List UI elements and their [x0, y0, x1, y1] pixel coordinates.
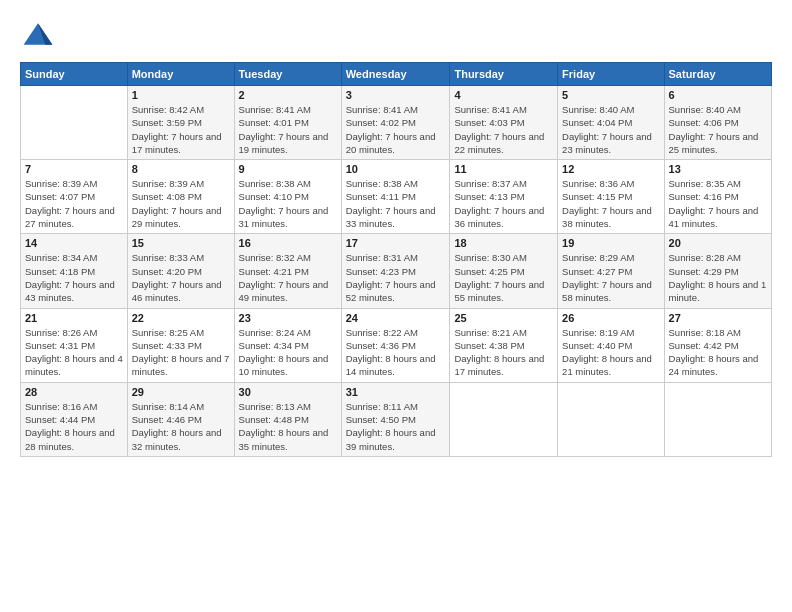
calendar-cell: 4Sunrise: 8:41 AMSunset: 4:03 PMDaylight…: [450, 86, 558, 160]
day-number: 12: [562, 163, 659, 175]
calendar-cell: 16Sunrise: 8:32 AMSunset: 4:21 PMDayligh…: [234, 234, 341, 308]
day-number: 6: [669, 89, 767, 101]
calendar-cell: 3Sunrise: 8:41 AMSunset: 4:02 PMDaylight…: [341, 86, 450, 160]
day-detail: Sunrise: 8:18 AMSunset: 4:42 PMDaylight:…: [669, 326, 767, 379]
day-number: 4: [454, 89, 553, 101]
day-detail: Sunrise: 8:29 AMSunset: 4:27 PMDaylight:…: [562, 251, 659, 304]
calendar-cell: 25Sunrise: 8:21 AMSunset: 4:38 PMDayligh…: [450, 308, 558, 382]
weekday-header-tuesday: Tuesday: [234, 63, 341, 86]
calendar-header: SundayMondayTuesdayWednesdayThursdayFrid…: [21, 63, 772, 86]
day-detail: Sunrise: 8:19 AMSunset: 4:40 PMDaylight:…: [562, 326, 659, 379]
calendar-cell: 20Sunrise: 8:28 AMSunset: 4:29 PMDayligh…: [664, 234, 771, 308]
day-detail: Sunrise: 8:32 AMSunset: 4:21 PMDaylight:…: [239, 251, 337, 304]
day-number: 16: [239, 237, 337, 249]
calendar-cell: [558, 382, 664, 456]
day-detail: Sunrise: 8:38 AMSunset: 4:11 PMDaylight:…: [346, 177, 446, 230]
day-detail: Sunrise: 8:22 AMSunset: 4:36 PMDaylight:…: [346, 326, 446, 379]
weekday-header-row: SundayMondayTuesdayWednesdayThursdayFrid…: [21, 63, 772, 86]
day-number: 3: [346, 89, 446, 101]
calendar-cell: 11Sunrise: 8:37 AMSunset: 4:13 PMDayligh…: [450, 160, 558, 234]
logo: [20, 16, 60, 52]
calendar-cell: 24Sunrise: 8:22 AMSunset: 4:36 PMDayligh…: [341, 308, 450, 382]
day-number: 15: [132, 237, 230, 249]
day-number: 19: [562, 237, 659, 249]
day-detail: Sunrise: 8:28 AMSunset: 4:29 PMDaylight:…: [669, 251, 767, 304]
calendar-cell: [664, 382, 771, 456]
calendar-week-5: 28Sunrise: 8:16 AMSunset: 4:44 PMDayligh…: [21, 382, 772, 456]
day-detail: Sunrise: 8:16 AMSunset: 4:44 PMDaylight:…: [25, 400, 123, 453]
day-detail: Sunrise: 8:13 AMSunset: 4:48 PMDaylight:…: [239, 400, 337, 453]
day-detail: Sunrise: 8:24 AMSunset: 4:34 PMDaylight:…: [239, 326, 337, 379]
day-number: 9: [239, 163, 337, 175]
day-number: 2: [239, 89, 337, 101]
day-number: 20: [669, 237, 767, 249]
day-number: 5: [562, 89, 659, 101]
calendar-cell: 5Sunrise: 8:40 AMSunset: 4:04 PMDaylight…: [558, 86, 664, 160]
calendar-cell: 23Sunrise: 8:24 AMSunset: 4:34 PMDayligh…: [234, 308, 341, 382]
day-detail: Sunrise: 8:37 AMSunset: 4:13 PMDaylight:…: [454, 177, 553, 230]
day-number: 10: [346, 163, 446, 175]
day-detail: Sunrise: 8:41 AMSunset: 4:01 PMDaylight:…: [239, 103, 337, 156]
calendar-body: 1Sunrise: 8:42 AMSunset: 3:59 PMDaylight…: [21, 86, 772, 457]
day-detail: Sunrise: 8:39 AMSunset: 4:07 PMDaylight:…: [25, 177, 123, 230]
calendar-week-2: 7Sunrise: 8:39 AMSunset: 4:07 PMDaylight…: [21, 160, 772, 234]
day-number: 29: [132, 386, 230, 398]
day-detail: Sunrise: 8:35 AMSunset: 4:16 PMDaylight:…: [669, 177, 767, 230]
day-number: 14: [25, 237, 123, 249]
page-header: [20, 16, 772, 52]
day-number: 30: [239, 386, 337, 398]
calendar-cell: 18Sunrise: 8:30 AMSunset: 4:25 PMDayligh…: [450, 234, 558, 308]
calendar-cell: 14Sunrise: 8:34 AMSunset: 4:18 PMDayligh…: [21, 234, 128, 308]
day-number: 22: [132, 312, 230, 324]
calendar-cell: 22Sunrise: 8:25 AMSunset: 4:33 PMDayligh…: [127, 308, 234, 382]
calendar-cell: 21Sunrise: 8:26 AMSunset: 4:31 PMDayligh…: [21, 308, 128, 382]
day-number: 18: [454, 237, 553, 249]
day-number: 13: [669, 163, 767, 175]
weekday-header-friday: Friday: [558, 63, 664, 86]
day-number: 17: [346, 237, 446, 249]
weekday-header-saturday: Saturday: [664, 63, 771, 86]
day-detail: Sunrise: 8:40 AMSunset: 4:06 PMDaylight:…: [669, 103, 767, 156]
day-detail: Sunrise: 8:41 AMSunset: 4:02 PMDaylight:…: [346, 103, 446, 156]
calendar-cell: [21, 86, 128, 160]
weekday-header-wednesday: Wednesday: [341, 63, 450, 86]
weekday-header-thursday: Thursday: [450, 63, 558, 86]
calendar-week-3: 14Sunrise: 8:34 AMSunset: 4:18 PMDayligh…: [21, 234, 772, 308]
calendar-cell: 29Sunrise: 8:14 AMSunset: 4:46 PMDayligh…: [127, 382, 234, 456]
calendar-cell: 13Sunrise: 8:35 AMSunset: 4:16 PMDayligh…: [664, 160, 771, 234]
day-detail: Sunrise: 8:14 AMSunset: 4:46 PMDaylight:…: [132, 400, 230, 453]
calendar-cell: 1Sunrise: 8:42 AMSunset: 3:59 PMDaylight…: [127, 86, 234, 160]
day-detail: Sunrise: 8:21 AMSunset: 4:38 PMDaylight:…: [454, 326, 553, 379]
day-number: 27: [669, 312, 767, 324]
day-number: 11: [454, 163, 553, 175]
day-detail: Sunrise: 8:33 AMSunset: 4:20 PMDaylight:…: [132, 251, 230, 304]
calendar-week-4: 21Sunrise: 8:26 AMSunset: 4:31 PMDayligh…: [21, 308, 772, 382]
calendar-table: SundayMondayTuesdayWednesdayThursdayFrid…: [20, 62, 772, 457]
day-number: 24: [346, 312, 446, 324]
day-number: 28: [25, 386, 123, 398]
logo-icon: [20, 16, 56, 52]
day-detail: Sunrise: 8:42 AMSunset: 3:59 PMDaylight:…: [132, 103, 230, 156]
calendar-cell: 2Sunrise: 8:41 AMSunset: 4:01 PMDaylight…: [234, 86, 341, 160]
day-number: 23: [239, 312, 337, 324]
calendar-cell: 26Sunrise: 8:19 AMSunset: 4:40 PMDayligh…: [558, 308, 664, 382]
day-detail: Sunrise: 8:31 AMSunset: 4:23 PMDaylight:…: [346, 251, 446, 304]
day-number: 1: [132, 89, 230, 101]
calendar-cell: 31Sunrise: 8:11 AMSunset: 4:50 PMDayligh…: [341, 382, 450, 456]
calendar-cell: 30Sunrise: 8:13 AMSunset: 4:48 PMDayligh…: [234, 382, 341, 456]
day-detail: Sunrise: 8:11 AMSunset: 4:50 PMDaylight:…: [346, 400, 446, 453]
day-number: 7: [25, 163, 123, 175]
day-number: 31: [346, 386, 446, 398]
day-detail: Sunrise: 8:34 AMSunset: 4:18 PMDaylight:…: [25, 251, 123, 304]
day-detail: Sunrise: 8:38 AMSunset: 4:10 PMDaylight:…: [239, 177, 337, 230]
day-number: 26: [562, 312, 659, 324]
calendar-cell: 7Sunrise: 8:39 AMSunset: 4:07 PMDaylight…: [21, 160, 128, 234]
calendar-page: SundayMondayTuesdayWednesdayThursdayFrid…: [0, 0, 792, 612]
day-number: 25: [454, 312, 553, 324]
day-number: 21: [25, 312, 123, 324]
calendar-cell: 6Sunrise: 8:40 AMSunset: 4:06 PMDaylight…: [664, 86, 771, 160]
calendar-cell: 8Sunrise: 8:39 AMSunset: 4:08 PMDaylight…: [127, 160, 234, 234]
weekday-header-monday: Monday: [127, 63, 234, 86]
weekday-header-sunday: Sunday: [21, 63, 128, 86]
calendar-cell: 19Sunrise: 8:29 AMSunset: 4:27 PMDayligh…: [558, 234, 664, 308]
